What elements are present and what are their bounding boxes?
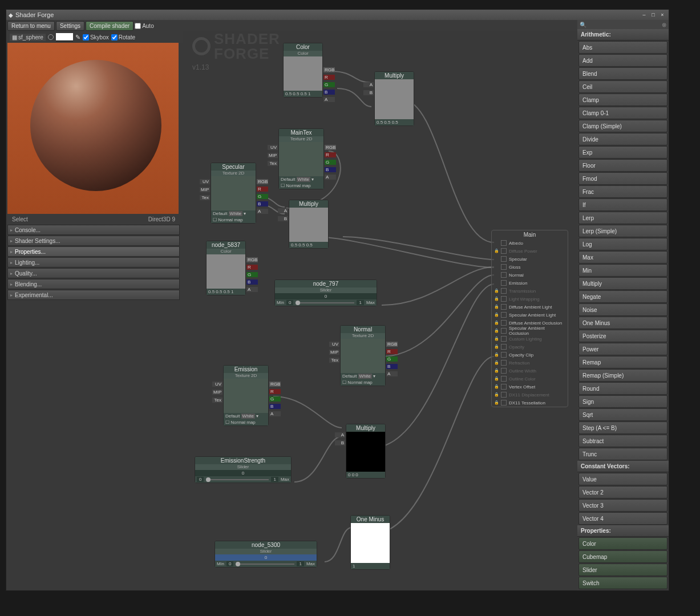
color-swatch[interactable] xyxy=(207,254,245,289)
nodetype-subtract[interactable]: Subtract xyxy=(578,435,667,447)
slider-track[interactable] xyxy=(296,302,354,303)
main-input-outline-color[interactable]: 🔒Outline Color xyxy=(492,375,568,383)
nodetype-one-minus[interactable]: One Minus xyxy=(578,317,667,329)
main-input-opacity[interactable]: 🔒Opacity xyxy=(492,343,568,351)
node-797[interactable]: node_797 Slider 0 Min 0 1 Max xyxy=(274,279,377,306)
nodetype-switch[interactable]: Switch xyxy=(578,577,667,589)
nodetype-lerp[interactable]: Lerp xyxy=(578,212,667,224)
nodetype-remap[interactable]: Remap xyxy=(578,356,667,368)
object-label[interactable]: ▦ sf_sphere xyxy=(10,34,46,41)
slider-track[interactable] xyxy=(236,564,294,565)
node-maintex[interactable]: MainTex Texture 2D Default White ▾ ☐ Nor… xyxy=(278,128,324,189)
main-input-specular-ambient-light[interactable]: 🔒Specular Ambient Light xyxy=(492,311,568,319)
nodetype-ceil[interactable]: Ceil xyxy=(578,80,667,93)
nodetype-clamp-0-1[interactable]: Clamp 0-1 xyxy=(578,107,667,119)
minimize-button[interactable]: – xyxy=(640,11,648,18)
node-one-minus[interactable]: One Minus 1 xyxy=(350,515,390,570)
rotate-checkbox[interactable]: Rotate xyxy=(111,34,135,40)
nodetype-vector-4[interactable]: Vector 4 xyxy=(578,512,667,525)
nodetype-min[interactable]: Min xyxy=(578,264,667,277)
compile-button[interactable]: Compile shader xyxy=(86,21,133,31)
nodetype-vector-2[interactable]: Vector 2 xyxy=(578,486,667,499)
nodetype-max[interactable]: Max xyxy=(578,251,667,264)
close-button[interactable]: × xyxy=(658,11,666,18)
main-input-refraction[interactable]: 🔒Refraction xyxy=(492,359,568,367)
main-input-emission[interactable]: Emission xyxy=(492,279,568,287)
nodetype-lerp-simple-[interactable]: Lerp (Simple) xyxy=(578,225,667,237)
nodetype-negate[interactable]: Negate xyxy=(578,290,667,303)
nodetype-value[interactable]: Value xyxy=(578,473,667,485)
node-5837[interactable]: node_5837 Color 0.5 0.5 0.5 1 RGB R G B … xyxy=(206,241,246,295)
sidepanel-experimental[interactable]: ▸Experimental... xyxy=(7,290,180,300)
node-emission[interactable]: Emission Texture 2D Default White ▾ ☐ No… xyxy=(223,365,269,426)
node-main-output[interactable]: Main Albedo🔒Diffuse PowerSpecularGlossNo… xyxy=(491,230,568,407)
nodetype-vector-3[interactable]: Vector 3 xyxy=(578,499,667,512)
node-5300[interactable]: node_5300 Slider 0 Min 0 1 Max xyxy=(215,541,317,568)
node-color[interactable]: Color Color 0.5 0.5 0.5 1 RGB R G B A xyxy=(283,43,323,98)
main-input-diffuse-power[interactable]: 🔒Diffuse Power xyxy=(492,247,568,255)
nodetype-power[interactable]: Power xyxy=(578,343,667,355)
node-emission-strength[interactable]: EmissionStrength Slider 0 0 1 Max xyxy=(195,456,292,483)
main-input-gloss[interactable]: Gloss xyxy=(492,263,568,271)
nodetype-multiply[interactable]: Multiply xyxy=(578,277,667,290)
node-search[interactable]: 🔍 ⊗ xyxy=(577,20,669,29)
main-input-outline-width[interactable]: 🔒Outline Width xyxy=(492,367,568,375)
nodetype-slider[interactable]: Slider xyxy=(578,564,667,576)
return-button[interactable]: Return to menu xyxy=(7,21,55,31)
nodetype-blend[interactable]: Blend xyxy=(578,67,667,80)
titlebar[interactable]: ◆ Shader Forge – □ × xyxy=(6,10,669,20)
main-input-diffuse-ambient-light[interactable]: 🔒Diffuse Ambient Light xyxy=(492,303,568,311)
skybox-checkbox[interactable]: Skybox xyxy=(83,34,109,40)
main-input-dx11-tessellation[interactable]: 🔒DX11 Tessellation xyxy=(492,399,568,407)
main-input-custom-lighting[interactable]: 🔒Custom Lighting xyxy=(492,335,568,343)
node-normal[interactable]: Normal Texture 2D Default White ▾ ☐ Norm… xyxy=(340,325,386,386)
nodetype-floor[interactable]: Floor xyxy=(578,159,667,172)
nodetype-step-a-b-[interactable]: Step (A <= B) xyxy=(578,422,667,434)
main-input-specular[interactable]: Specular xyxy=(492,255,568,263)
main-input-opacity-clip[interactable]: 🔒Opacity Clip xyxy=(492,351,568,359)
target-icon[interactable] xyxy=(48,34,54,40)
nodetype-trunc[interactable]: Trunc xyxy=(578,448,667,460)
node-canvas[interactable]: SHADERFORGE v1.13 Color Color 0.5 0.5 xyxy=(183,31,577,590)
nodetype-sign[interactable]: Sign xyxy=(578,395,667,408)
sidepanel-quality[interactable]: ▸Quality... xyxy=(7,268,180,278)
main-input-light-wrapping[interactable]: 🔒Light Wrapping xyxy=(492,295,568,303)
main-input-albedo[interactable]: Albedo xyxy=(492,239,568,247)
main-input-transmission[interactable]: 🔒Transmission xyxy=(492,287,568,295)
node-multiply-top[interactable]: Multiply 0.5 0.5 0.5 A B xyxy=(374,71,414,126)
nodetype-frac[interactable]: Frac xyxy=(578,185,667,198)
node-specular[interactable]: Specular Texture 2D Default White ▾ ☐ No… xyxy=(211,163,256,224)
settings-button[interactable]: Settings xyxy=(56,21,84,31)
nodetype-clamp-simple-[interactable]: Clamp (Simple) xyxy=(578,120,667,132)
nodetype-cubemap[interactable]: Cubemap xyxy=(578,550,667,563)
nodetype-divide[interactable]: Divide xyxy=(578,133,667,145)
nodetype-round[interactable]: Round xyxy=(578,382,667,395)
nodetype-add[interactable]: Add xyxy=(578,54,667,67)
color-swatch[interactable] xyxy=(284,56,322,91)
maximize-button[interactable]: □ xyxy=(649,11,657,18)
main-input-specular-ambient-occlusion[interactable]: 🔒Specular Ambient Occlusion xyxy=(492,327,568,335)
main-input-normal[interactable]: Normal xyxy=(492,271,568,279)
eyedropper-icon[interactable]: ✎ xyxy=(75,34,80,41)
main-input-dx11-displacement[interactable]: 🔒DX11 Displacement xyxy=(492,391,568,399)
slider-track[interactable] xyxy=(206,479,269,480)
preview-viewport[interactable] xyxy=(7,43,179,214)
nodetype-clamp[interactable]: Clamp xyxy=(578,94,667,106)
nodetype-abs[interactable]: Abs xyxy=(578,41,667,54)
sidepanel-blending[interactable]: ▸Blending... xyxy=(7,279,180,289)
bg-color-swatch[interactable] xyxy=(56,33,73,41)
nodetype-noise[interactable]: Noise xyxy=(578,303,667,316)
sidepanel-shadersettings[interactable]: ▸Shader Settings... xyxy=(7,236,180,246)
sidepanel-properties[interactable]: ▸Properties... xyxy=(7,246,180,257)
node-multiply-specular[interactable]: Multiply 0.5 0.5 0.5 A B xyxy=(289,200,329,249)
nodetype-log[interactable]: Log xyxy=(578,238,667,250)
sidepanel-lighting[interactable]: ▸Lighting... xyxy=(7,257,180,268)
nodetype-posterize[interactable]: Posterize xyxy=(578,330,667,342)
nodetype-color[interactable]: Color xyxy=(578,537,667,550)
sidepanel-console[interactable]: ▸Console... xyxy=(7,225,180,235)
nodetype-sqrt[interactable]: Sqrt xyxy=(578,408,667,421)
node-multiply-emission[interactable]: Multiply 0 0 0 A B xyxy=(346,424,386,479)
auto-checkbox[interactable]: Auto xyxy=(135,23,154,29)
main-input-vertex-offset[interactable]: 🔒Vertex Offset xyxy=(492,383,568,391)
nodetype-if[interactable]: If xyxy=(578,198,667,211)
